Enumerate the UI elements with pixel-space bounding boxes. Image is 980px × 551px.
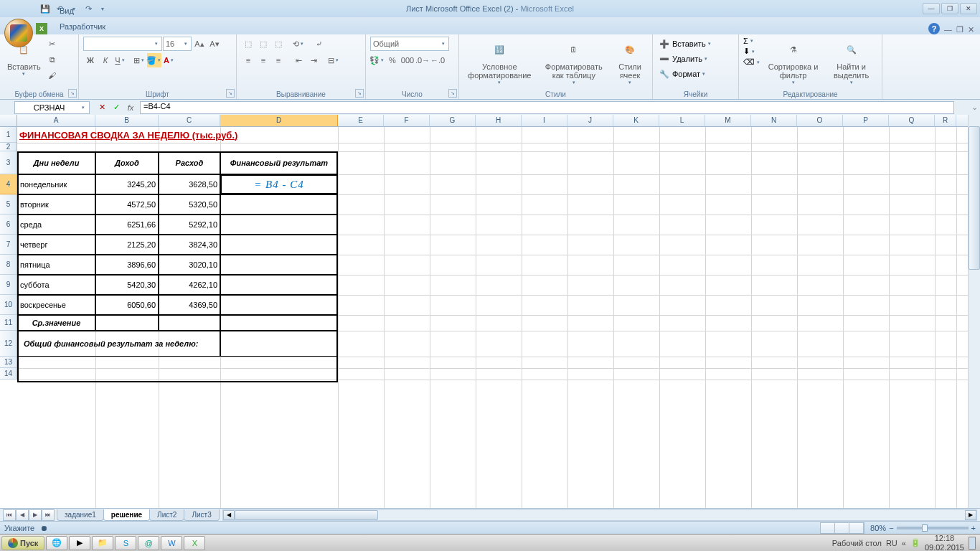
row-header-14[interactable]: 14 [0,368,17,380]
cell[interactable]: понедельник [17,174,95,194]
sheet-tab-задание1[interactable]: задание1 [57,509,104,521]
column-header-Q[interactable]: Q [889,115,935,126]
fill-color-button[interactable]: 🪣▾ [147,53,161,67]
format-as-table-button[interactable]: 🗓 Форматировать как таблицу▾ [537,37,611,87]
start-button[interactable]: Пуск [1,536,44,550]
fill-icon[interactable]: ⬇ [743,47,750,56]
sheet-nav-prev[interactable]: ◀ [16,509,29,521]
orientation-icon[interactable]: ⟲▾ [291,37,306,51]
cell[interactable]: 3896,60 [95,255,159,275]
row-header-10[interactable]: 10 [0,295,17,315]
delete-cells-label[interactable]: Удалить [672,55,702,63]
row-header-9[interactable]: 9 [0,275,17,295]
align-middle-icon[interactable]: ⬚ [256,37,270,51]
clipboard-launcher[interactable]: ↘ [68,89,77,98]
wrap-text-icon[interactable]: ⤶ [311,37,326,51]
font-launcher[interactable]: ↘ [226,89,235,98]
align-top-icon[interactable]: ⬚ [241,37,255,51]
tab-вид[interactable]: Вид [52,3,139,19]
macro-record-icon[interactable]: ⏺ [40,524,48,532]
column-header-J[interactable]: J [567,115,613,126]
cells-area[interactable]: ФИНАНСОВАЯ СВОДКА ЗА НЕДЕЛЮ (тыс.руб.)Дн… [17,127,980,508]
column-header-O[interactable]: O [797,115,843,126]
decrease-indent-icon[interactable]: ⇤ [291,53,306,67]
column-header-P[interactable]: P [843,115,889,126]
cell[interactable]: 4262,10 [159,275,220,295]
cell[interactable]: 5420,30 [95,275,159,295]
cell-styles-button[interactable]: 🎨 Стили ячеек▾ [612,37,648,87]
doc-minimize[interactable]: — [944,25,952,34]
sheet-nav-last[interactable]: ⏭ [42,509,55,521]
font-color-button[interactable]: A▾ [162,53,176,67]
row-header-3[interactable]: 3 [0,151,17,174]
help-icon[interactable]: ? [928,23,940,34]
close-button[interactable]: ✕ [960,3,977,14]
align-center-icon[interactable]: ≡ [256,53,270,67]
cell[interactable]: 3824,30 [159,235,220,255]
cell[interactable]: 4369,50 [159,295,220,315]
column-header-D[interactable]: D [220,115,338,126]
align-right-icon[interactable]: ≡ [271,53,286,67]
insert-cells-icon[interactable]: ➕ [657,37,672,51]
column-header-F[interactable]: F [384,115,430,126]
format-cells-label[interactable]: Формат [672,70,700,78]
cell[interactable]: Ср.значение [17,315,95,331]
column-header-L[interactable]: L [659,115,705,126]
formula-cancel-icon[interactable]: ✕ [95,101,108,114]
cell[interactable]: = B4 - C4 [220,174,338,194]
decrease-decimal-icon[interactable]: ←.0 [430,53,445,67]
row-header-2[interactable]: 2 [0,143,17,151]
delete-cells-icon[interactable]: ➖ [657,52,672,66]
increase-decimal-icon[interactable]: .0→ [415,53,430,67]
cell[interactable] [220,194,338,215]
cell[interactable]: 5292,10 [159,215,220,235]
column-header-I[interactable]: I [522,115,567,126]
cell[interactable]: вторник [17,194,95,215]
row-header-7[interactable]: 7 [0,235,17,255]
cell[interactable]: Доход [95,151,159,174]
view-normal[interactable] [821,523,835,533]
cell[interactable] [220,215,338,235]
excel-mini-icon[interactable]: X [36,23,47,34]
cell[interactable]: 4572,50 [95,194,159,215]
cell[interactable]: ФИНАНСОВАЯ СВОДКА ЗА НЕДЕЛЮ (тыс.руб.) [17,127,338,143]
language-indicator[interactable]: RU [886,539,897,547]
name-box[interactable]: СРЗНАЧ▾ [14,101,90,114]
office-button[interactable] [4,19,33,47]
taskbar-word-icon[interactable]: W [161,536,182,550]
restore-button[interactable]: ❐ [941,3,958,14]
grow-font-icon[interactable]: A▴ [192,37,207,51]
cell[interactable] [220,275,338,295]
cell[interactable] [159,315,220,331]
borders-button[interactable]: ⊞▾ [132,53,146,67]
cell[interactable]: Финансовый результат [220,151,338,174]
cell[interactable]: 6050,60 [95,295,159,315]
cell[interactable] [220,235,338,255]
doc-restore[interactable]: ❐ [956,25,963,34]
zoom-level[interactable]: 80% [870,524,886,532]
cell[interactable]: 3245,20 [95,174,159,194]
cell[interactable]: 3628,50 [159,174,220,194]
sheet-tab-Лист3[interactable]: Лист3 [184,509,219,521]
formula-enter-icon[interactable]: ✓ [110,101,123,114]
select-all-cell[interactable] [0,115,17,127]
taskbar-skype-icon[interactable]: S [115,536,136,550]
cell[interactable] [220,255,338,275]
conditional-formatting-button[interactable]: 🔢 Условное форматирование▾ [463,37,535,87]
format-cells-icon[interactable]: 🔧 [657,67,672,81]
cell[interactable] [220,295,338,315]
column-header-B[interactable]: B [95,115,159,126]
cell[interactable]: пятница [17,255,95,275]
formula-input[interactable]: =B4-C4 [140,101,954,114]
number-launcher[interactable]: ↘ [448,89,457,98]
cell[interactable]: Расход [159,151,220,174]
percent-icon[interactable]: % [385,53,400,67]
taskbar-mail-icon[interactable]: @ [138,536,159,550]
view-page-layout[interactable] [835,523,849,533]
row-header-1[interactable]: 1 [0,127,17,143]
column-header-E[interactable]: E [338,115,384,126]
cell[interactable] [220,315,338,331]
increase-indent-icon[interactable]: ⇥ [306,53,321,67]
column-header-H[interactable]: H [476,115,522,126]
currency-icon[interactable]: 💱▾ [370,53,385,67]
